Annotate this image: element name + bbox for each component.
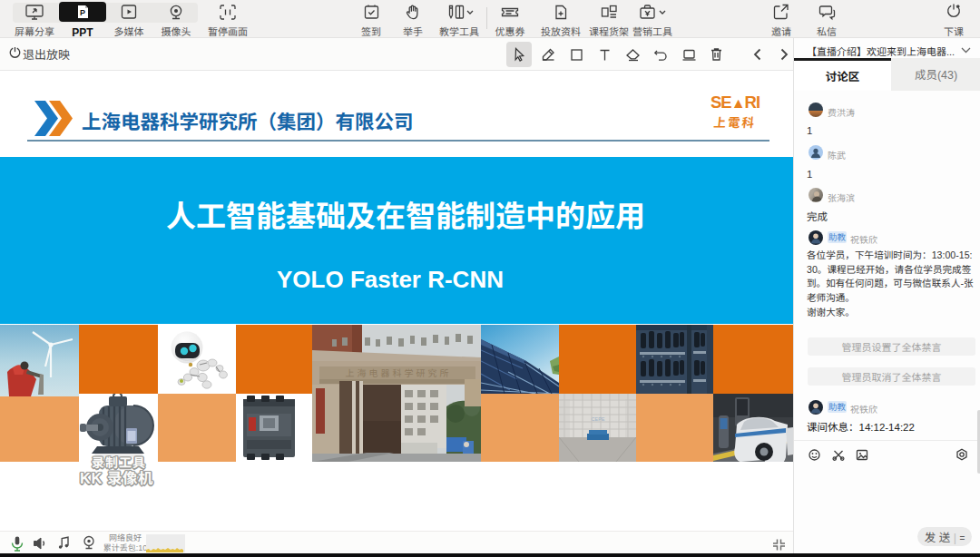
svg-text:CEPE: CEPE bbox=[592, 416, 605, 422]
svg-text:上海电器科学研究所: 上海电器科学研究所 bbox=[346, 366, 452, 379]
svg-text:P: P bbox=[80, 8, 85, 17]
